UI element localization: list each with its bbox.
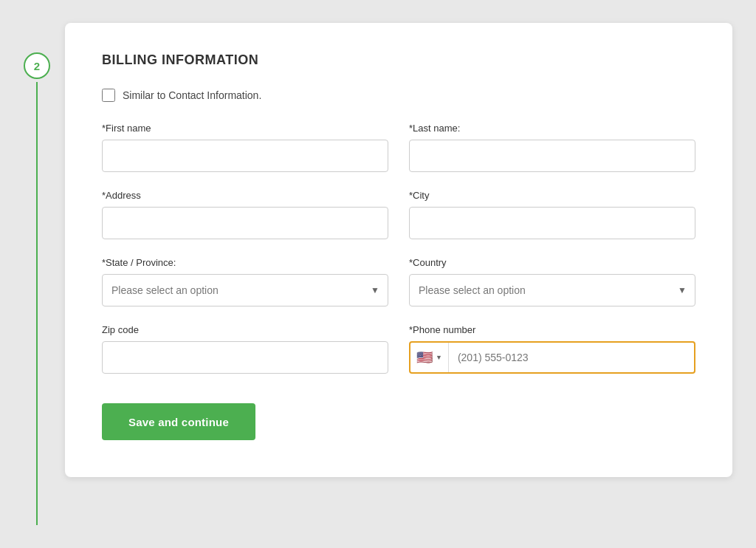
country-select[interactable]: Please select an option	[409, 274, 695, 306]
city-input[interactable]	[409, 207, 695, 239]
phone-flag-chevron-down-icon: ▼	[436, 354, 442, 361]
phone-group: *Phone number 🇺🇸 ▼	[409, 324, 695, 374]
similar-contact-label: Similar to Contact Information.	[123, 89, 261, 101]
last-name-group: *Last name:	[409, 123, 695, 172]
address-group: *Address	[102, 190, 388, 239]
country-group: *Country Please select an option ▼	[409, 257, 695, 306]
last-name-input[interactable]	[409, 140, 695, 172]
state-select[interactable]: Please select an option	[102, 274, 388, 306]
last-name-label: *Last name:	[409, 123, 695, 134]
phone-number-input[interactable]	[449, 352, 694, 363]
country-select-wrapper: Please select an option ▼	[409, 274, 695, 306]
address-label: *Address	[102, 190, 388, 201]
billing-form-card: BILLING INFORMATION Similar to Contact I…	[65, 23, 732, 477]
first-name-group: *First name	[102, 123, 388, 172]
similar-contact-checkbox[interactable]	[102, 89, 115, 102]
phone-flag-select[interactable]: 🇺🇸 ▼	[410, 343, 449, 372]
form-title: BILLING INFORMATION	[102, 52, 695, 68]
zip-label: Zip code	[102, 324, 388, 335]
city-label: *City	[409, 190, 695, 201]
first-name-label: *First name	[102, 123, 388, 134]
address-input[interactable]	[102, 207, 388, 239]
state-select-wrapper: Please select an option ▼	[102, 274, 388, 306]
zip-phone-row: Zip code *Phone number 🇺🇸 ▼	[102, 324, 695, 374]
step-line	[36, 82, 38, 525]
address-row: *Address *City	[102, 190, 695, 239]
state-label: *State / Province:	[102, 257, 388, 268]
phone-input-wrapper: 🇺🇸 ▼	[409, 341, 695, 374]
state-group: *State / Province: Please select an opti…	[102, 257, 388, 306]
zip-group: Zip code	[102, 324, 388, 374]
phone-label: *Phone number	[409, 324, 695, 335]
name-row: *First name *Last name:	[102, 123, 695, 172]
similar-contact-row: Similar to Contact Information.	[102, 89, 695, 102]
zip-input[interactable]	[102, 341, 388, 374]
us-flag-icon: 🇺🇸	[416, 351, 433, 364]
save-continue-button[interactable]: Save and continue	[102, 403, 255, 440]
step-indicator: 2	[24, 23, 50, 525]
country-label: *Country	[409, 257, 695, 268]
step-number: 2	[24, 52, 50, 79]
city-group: *City	[409, 190, 695, 239]
first-name-input[interactable]	[102, 140, 388, 172]
state-country-row: *State / Province: Please select an opti…	[102, 257, 695, 306]
